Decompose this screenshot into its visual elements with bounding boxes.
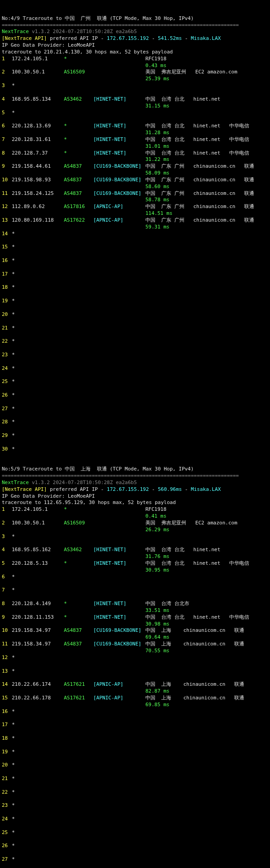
hop-num: 29 [2, 432, 12, 439]
hop-ip: * [12, 231, 64, 238]
hop-num: 11 [2, 641, 12, 648]
hop-net: [HINET-NET] [93, 560, 145, 567]
geo-provider: IP Geo Data Provider: LeoMoeAPI [2, 42, 95, 48]
hop-as: AS17621 [64, 681, 93, 688]
hop-row: 16* [2, 708, 268, 715]
hop-num: 20 [2, 311, 12, 318]
hop-latency-row: 69.85 ms [2, 702, 268, 708]
hop-as: AS16509 [64, 520, 93, 527]
hop-as: AS17816 [64, 204, 93, 210]
hop-latency-row: 58.60 ms [2, 184, 268, 190]
hop-location: 中国 上海 chinaunicom.cn 联通 [145, 695, 244, 702]
hop-row: 22* [2, 789, 268, 796]
hop-num: 24 [2, 365, 12, 372]
hop-row: 7220.128.31.61*[HINET-NET]中国 台湾 台北 hinet… [2, 136, 268, 143]
hop-ip: * [12, 244, 64, 251]
hop-latency: 31.22 ms [145, 156, 169, 163]
hop-latency-row: 58.78 ms [2, 197, 268, 204]
hop-ip: 219.158.24.125 [12, 190, 64, 197]
hop-ip: * [12, 365, 64, 372]
hop-num: 27 [2, 406, 12, 412]
separator: ========================================… [2, 22, 239, 28]
hop-location: 中国 台湾 台北 hinet.net 中华电信 [145, 560, 249, 567]
hop-row: 23* [2, 352, 268, 359]
separator: ========================================… [2, 473, 239, 479]
hop-ip: 220.128.5.13 [12, 560, 64, 567]
hop-num: 9 [2, 614, 12, 621]
hop-row: 15* [2, 244, 268, 251]
hop-num: 13 [2, 668, 12, 675]
hop-row: 9220.128.11.153*[HINET-NET]中国 台湾 台北 hine… [2, 614, 268, 621]
hop-ip: * [12, 816, 64, 823]
hop-row: 20* [2, 762, 268, 769]
hop-row: 27* [2, 406, 268, 412]
hop-num: 14 [2, 681, 12, 688]
hop-ip: * [12, 762, 64, 769]
hop-ip: * [12, 271, 64, 278]
hop-location: 中国 台湾 台北 hinet.net [145, 96, 220, 103]
hop-as: AS4837 [64, 641, 93, 648]
terminal-output: No:4/9 Traceroute to 中国 广州 联通 (TCP Mode,… [2, 15, 268, 868]
api-ip: 172.67.155.192 [107, 35, 149, 41]
hop-num: 19 [2, 749, 12, 756]
hop-row: 28* [2, 419, 268, 426]
hop-ip: * [12, 432, 64, 439]
hop-num: 21 [2, 776, 12, 782]
hop-num: 3 [2, 82, 12, 89]
hop-ip: * [12, 406, 64, 412]
hop-net: [HINET-NET] [93, 96, 145, 103]
hop-row: 29* [2, 432, 268, 439]
hop-location: 中国 广东 广州 chinaunicom.cn 联通 [145, 190, 254, 197]
hop-ip: * [12, 722, 64, 728]
hop-location: 中国 广东 广州 chinaunicom.cn 联通 [145, 177, 254, 184]
hop-row: 21* [2, 325, 268, 332]
hop-row: 25* [2, 378, 268, 385]
hop-as: AS16509 [64, 69, 93, 76]
hop-ip: * [12, 735, 64, 742]
api-latency: 560.96ms [158, 486, 182, 492]
hop-row: 30* [2, 446, 268, 453]
hop-ip: 220.128.7.37 [12, 150, 64, 157]
hop-latency: 69.64 ms [145, 634, 169, 641]
hop-num: 26 [2, 843, 12, 849]
hop-net: [APNIC-AP] [93, 204, 145, 210]
hop-row: 8220.128.4.149*[HINET-NET]中国 台湾 台北市 [2, 601, 268, 607]
hop-num: 8 [2, 150, 12, 157]
hop-net: [APNIC-AP] [93, 695, 145, 702]
hop-ip: * [12, 378, 64, 385]
hop-as: * [64, 506, 93, 513]
hop-net: [CU169-BACKBONE] [93, 190, 145, 197]
hop-as: * [64, 123, 93, 130]
hop-latency-row: 58.09 ms [2, 170, 268, 177]
hop-as: * [64, 614, 93, 621]
hop-ip: * [12, 82, 64, 89]
hop-ip: * [12, 587, 64, 594]
hop-latency-row: 0.43 ms [2, 63, 268, 69]
hop-row: 4168.95.85.134AS3462[HINET-NET]中国 台湾 台北 … [2, 96, 268, 103]
hop-ip: 100.30.50.1 [12, 520, 64, 527]
hop-ip: 220.128.31.61 [12, 136, 64, 143]
hop-ip: * [12, 802, 64, 809]
hop-ip: * [12, 284, 64, 291]
geo-provider: IP Geo Data Provider: LeoMoeAPI [2, 493, 95, 499]
hop-latency: 58.60 ms [145, 184, 169, 190]
api-label: [NextTrace API] [2, 486, 47, 492]
hop-latency: 31.76 ms [145, 553, 169, 560]
hop-row: 15210.22.66.178AS17621[APNIC-AP]中国 上海 ch… [2, 695, 268, 702]
hop-as: AS4837 [64, 177, 93, 184]
hop-num: 23 [2, 352, 12, 359]
hop-latency-row: 30.95 ms [2, 567, 268, 574]
api-isp: Misaka.LAX [191, 35, 221, 41]
hop-as: * [64, 560, 93, 567]
hop-ip: * [12, 655, 64, 661]
hop-latency-row: 31.15 ms [2, 103, 268, 110]
hop-as: AS3462 [64, 96, 93, 103]
hop-num: 13 [2, 217, 12, 224]
hop-row: 3* [2, 82, 268, 89]
hop-row: 18* [2, 735, 268, 742]
trace-target: traceroute to 210.21.4.130, 30 hops max,… [2, 49, 173, 55]
hop-location: 中国 台湾 台北 hinet.net 中华电信 [145, 123, 249, 130]
hop-as: AS17622 [64, 217, 93, 224]
version: v1.3.2 2024-07-28T10:50:28Z ea2a6b5 [32, 29, 137, 34]
hop-num: 24 [2, 816, 12, 823]
